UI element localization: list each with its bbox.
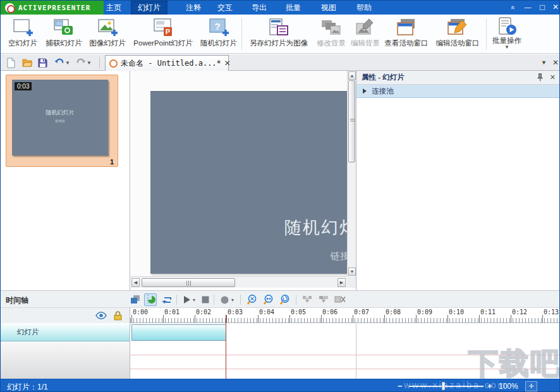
toolbar-separator <box>214 295 214 305</box>
slide-thumbnail-selected[interactable]: 0:03 随机幻灯片 链接池 1 <box>6 75 118 167</box>
undo-dropdown-icon[interactable]: ▼ <box>65 61 70 65</box>
zoom-in-icon[interactable]: + <box>487 381 492 391</box>
horizontal-scroll-thumb[interactable] <box>142 278 235 287</box>
zoom-out-timeline-icon[interactable] <box>246 293 259 306</box>
svg-text:?: ? <box>214 21 220 32</box>
redo-dropdown-icon[interactable]: ▼ <box>87 61 92 65</box>
slide-duration-bar[interactable] <box>131 324 226 341</box>
open-project-button[interactable] <box>21 56 33 69</box>
pin-icon[interactable] <box>537 73 544 82</box>
vertical-scroll-thumb[interactable] <box>348 80 355 162</box>
slide-duration-badge: 0:03 <box>15 82 32 90</box>
powerpoint-slide-icon: P <box>130 16 197 39</box>
document-tab-close-icon[interactable]: ✕ <box>224 59 231 68</box>
redo-button[interactable]: ▼ <box>75 56 92 69</box>
timeline-panel: 时间轴 ▼ ▼ <box>1 290 560 379</box>
slide-thumbnail-preview[interactable]: 0:03 随机幻灯片 链接池 <box>12 80 108 156</box>
zoom-in-timeline-icon[interactable] <box>279 293 291 306</box>
record-dropdown-icon[interactable]: ▼ <box>229 293 236 306</box>
track-label-slide[interactable]: 幻灯片 <box>1 323 130 341</box>
toolbar-separator <box>176 295 177 305</box>
track-area[interactable] <box>130 323 560 379</box>
ruler-major-tick <box>416 315 417 322</box>
view-active-window-button[interactable]: 查看活动窗口 <box>383 16 430 52</box>
ribbon-slide-tab: 空幻灯片 捕获幻灯片 图像幻灯片 P PowerPoint幻灯片 ? 随机幻灯片 <box>1 15 560 54</box>
expand-arrow-icon[interactable] <box>363 89 367 94</box>
track-header-column <box>1 308 130 323</box>
ruler-label: 0:01 <box>164 309 180 315</box>
menu-batch[interactable]: 批量 <box>277 1 309 15</box>
playhead-line[interactable] <box>226 315 226 379</box>
tab-close-icon[interactable]: ✕ <box>552 56 559 69</box>
zoom-slider-knob[interactable] <box>442 382 445 390</box>
document-tab-title: 未命名 - Untitled.a...* <box>121 58 221 69</box>
edit-background-icon <box>349 16 382 39</box>
close-icon[interactable]: ✕ <box>549 1 560 15</box>
zoom-slider-track[interactable] <box>409 386 484 387</box>
timeline-ruler[interactable]: 0:000:010:020:030:040:050:060:070:080:09… <box>130 308 560 323</box>
slide-subtitle-text[interactable]: 链接池 <box>331 250 347 262</box>
canvas-horizontal-scrollbar[interactable]: ◀ ▶ <box>131 276 347 288</box>
connection-pool-section[interactable]: 连接池 <box>356 85 560 98</box>
save-icon <box>37 58 48 68</box>
random-slide-icon: ? <box>198 16 240 39</box>
menu-annotation[interactable]: 注释 <box>178 1 209 15</box>
ruler-label: 0:10 <box>449 309 464 315</box>
menu-slide[interactable]: 幻灯片 <box>131 1 167 15</box>
stop-button[interactable] <box>199 293 212 306</box>
timeline-header: 时间轴 ▼ ▼ <box>1 290 560 308</box>
record-button[interactable] <box>218 293 231 306</box>
ribbon-separator <box>241 18 242 50</box>
document-tab[interactable]: 未命名 - Untitled.a...* ✕ <box>105 55 229 71</box>
edit-active-window-button[interactable]: 编辑活动窗口 <box>431 16 484 52</box>
zoom-fit-timeline-icon[interactable] <box>262 293 275 306</box>
undo-icon <box>54 58 65 68</box>
loop-playback-icon[interactable] <box>161 293 173 306</box>
minimize-icon[interactable]: — <box>521 1 534 15</box>
menu-home[interactable]: 主页 <box>98 1 130 15</box>
properties-close-icon[interactable]: ✕ <box>550 73 556 82</box>
scroll-right-icon[interactable]: ▶ <box>338 278 346 287</box>
scroll-left-icon[interactable]: ◀ <box>131 278 140 287</box>
maximize-icon[interactable]: □ <box>536 1 549 15</box>
tab-list-dropdown-icon[interactable]: ▼ <box>541 56 547 69</box>
menu-export[interactable]: 导出 <box>243 1 275 15</box>
ruler-label: 0:06 <box>322 309 338 315</box>
batch-operations-button[interactable]: 批量操作 ▼ <box>489 16 525 52</box>
lock-icon[interactable] <box>113 310 123 321</box>
save-button[interactable] <box>37 56 48 69</box>
menu-interaction[interactable]: 交互 <box>209 1 241 15</box>
image-slide-button[interactable]: 图像幻灯片 <box>87 16 128 52</box>
menu-view[interactable]: 视图 <box>313 1 344 15</box>
new-project-button[interactable] <box>6 56 16 69</box>
blank-slide-button[interactable]: 空幻灯片 <box>4 16 41 52</box>
scroll-up-icon[interactable]: ▲ <box>348 71 356 80</box>
insert-time-icon <box>301 293 313 306</box>
ruler-major-tick <box>226 315 227 322</box>
save-slide-as-image-button[interactable]: 另存幻灯片为图像 <box>244 16 313 52</box>
cascade-panes-icon[interactable] <box>129 293 142 306</box>
batch-operations-icon <box>489 16 525 37</box>
batch-operations-dropdown-icon[interactable]: ▼ <box>489 45 525 49</box>
toolbar-separator <box>99 57 100 68</box>
capture-slide-button[interactable]: 捕获幻灯片 <box>42 16 85 52</box>
visibility-eye-icon[interactable] <box>95 311 107 320</box>
collapse-ribbon-icon[interactable]: « <box>506 1 520 14</box>
snap-toggle-icon[interactable] <box>144 293 157 306</box>
undo-button[interactable]: ▼ <box>54 56 70 69</box>
zoom-out-icon[interactable]: − <box>398 381 403 391</box>
menu-help[interactable]: 帮助 <box>348 1 380 15</box>
toolbar-separator <box>240 295 241 305</box>
play-dropdown-icon[interactable]: ▼ <box>191 293 197 306</box>
slide-canvas[interactable]: 随机幻灯片 链接池 <box>131 71 347 276</box>
svg-text:P: P <box>166 28 170 35</box>
fit-to-window-icon[interactable]: ✛ <box>525 381 537 391</box>
scroll-down-icon[interactable]: ▼ <box>348 267 356 276</box>
powerpoint-slide-button[interactable]: P PowerPoint幻灯片 <box>130 16 197 52</box>
save-slide-as-image-icon <box>244 16 313 39</box>
view-active-window-icon <box>383 16 430 39</box>
canvas-vertical-scrollbar[interactable]: ▲ ▼ <box>347 71 356 276</box>
slide-title-text[interactable]: 随机幻灯片 <box>284 216 347 239</box>
slide-surface[interactable]: 随机幻灯片 链接池 <box>150 91 347 274</box>
random-slide-button[interactable]: ? 随机幻灯片 <box>198 16 240 52</box>
